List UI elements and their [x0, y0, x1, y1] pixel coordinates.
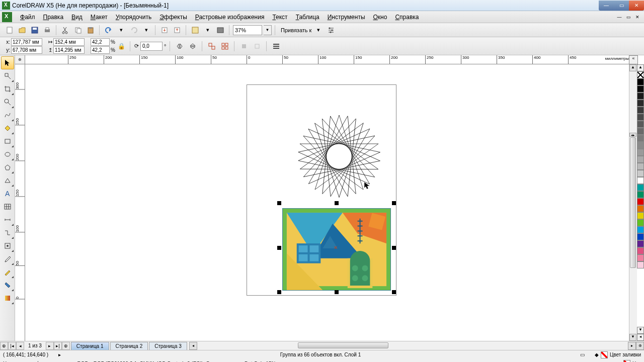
- app-launcher-button[interactable]: [190, 25, 201, 36]
- menu-arrange[interactable]: Упорядочить: [112, 12, 155, 22]
- scroll-thumb[interactable]: [630, 137, 636, 268]
- lock-ratio-button[interactable]: 🔒: [117, 39, 126, 53]
- color-swatch[interactable]: [637, 254, 644, 261]
- snap-dropdown[interactable]: ▾: [313, 25, 324, 36]
- ungroup-all-button[interactable]: [219, 41, 230, 52]
- cut-button[interactable]: [60, 25, 71, 36]
- ellipse-tool[interactable]: [1, 148, 14, 161]
- x-input[interactable]: [11, 38, 42, 46]
- rotation-input[interactable]: [140, 42, 163, 51]
- scroll-left-button[interactable]: ◂: [189, 342, 197, 350]
- first-page-button[interactable]: |◂: [8, 342, 16, 350]
- welcome-button[interactable]: [215, 25, 226, 36]
- color-swatch[interactable]: [637, 184, 644, 191]
- color-swatch[interactable]: [637, 149, 644, 156]
- close-button[interactable]: ✕: [629, 1, 644, 11]
- doc-restore-button[interactable]: ▭: [624, 13, 633, 21]
- prev-page-button[interactable]: ◂: [16, 342, 24, 350]
- ruler-collapse-button[interactable]: «: [629, 55, 638, 64]
- app-launcher-dropdown[interactable]: ▾: [202, 25, 213, 36]
- color-swatch[interactable]: [637, 121, 644, 128]
- color-swatch[interactable]: [637, 114, 644, 121]
- zoom-dropdown[interactable]: ▼: [264, 25, 272, 35]
- selection-handle-tc[interactable]: [335, 201, 339, 205]
- color-swatch[interactable]: [637, 100, 644, 107]
- color-swatch[interactable]: [637, 198, 644, 205]
- color-swatch[interactable]: [637, 85, 644, 93]
- copy-button[interactable]: [72, 25, 84, 36]
- menu-window[interactable]: Окно: [369, 12, 391, 22]
- palette-down-button[interactable]: ▼: [637, 327, 644, 334]
- doc-close-button[interactable]: ✕: [633, 13, 642, 21]
- new-button[interactable]: [4, 25, 15, 36]
- fill-tool[interactable]: [1, 279, 14, 292]
- crop-tool[interactable]: [1, 82, 14, 96]
- last-page-button[interactable]: ▸|: [54, 342, 62, 350]
- mirror-v-button[interactable]: [187, 41, 198, 52]
- color-swatch[interactable]: [637, 142, 644, 149]
- menu-text[interactable]: Текст: [268, 12, 291, 22]
- selection-handle-mr[interactable]: [392, 246, 396, 250]
- add-page-after-button[interactable]: ⊕: [62, 342, 70, 350]
- add-page-button[interactable]: ⊕: [0, 342, 8, 350]
- tablet-icon[interactable]: ▭: [580, 352, 585, 357]
- rectangle-tool[interactable]: [1, 135, 14, 148]
- color-swatch[interactable]: [637, 177, 644, 184]
- to-back-button[interactable]: [252, 41, 263, 52]
- doc-minimize-button[interactable]: —: [615, 13, 624, 21]
- vertical-scrollbar[interactable]: ▲ ◂▸ ▼: [629, 64, 637, 341]
- color-swatch[interactable]: [637, 247, 644, 254]
- color-swatch[interactable]: [637, 205, 644, 212]
- outline-tool[interactable]: [1, 265, 14, 279]
- color-swatch[interactable]: [637, 212, 644, 219]
- undo-button[interactable]: [103, 25, 114, 36]
- menu-file[interactable]: Файл: [16, 12, 39, 22]
- scroll-down-button[interactable]: ▼: [629, 334, 636, 341]
- text-tool[interactable]: A: [1, 187, 14, 200]
- fill-swatch[interactable]: [601, 351, 608, 358]
- zoom-input[interactable]: [233, 25, 262, 35]
- redo-dropdown[interactable]: ▾: [141, 25, 152, 36]
- undo-dropdown[interactable]: ▾: [116, 25, 127, 36]
- scroll-up-button[interactable]: ▲: [629, 64, 636, 71]
- menu-edit[interactable]: Правка: [39, 12, 68, 22]
- polygon-tool[interactable]: [1, 161, 14, 174]
- color-swatch[interactable]: [637, 191, 644, 198]
- wrap-text-button[interactable]: [271, 41, 282, 52]
- selection-center-icon[interactable]: ✕: [334, 245, 338, 250]
- color-swatch[interactable]: [637, 240, 644, 247]
- y-input[interactable]: [11, 46, 42, 54]
- zoom-fit-button[interactable]: ⊕: [636, 342, 644, 350]
- width-input[interactable]: [53, 38, 85, 46]
- horizontal-scrollbar[interactable]: ◂ ▸ ⊕: [189, 342, 644, 350]
- freehand-tool[interactable]: [1, 109, 14, 122]
- selection-handle-tl[interactable]: [277, 201, 281, 205]
- color-swatch[interactable]: [637, 107, 644, 114]
- to-front-button[interactable]: [238, 41, 250, 52]
- next-page-button[interactable]: ▸: [46, 342, 54, 350]
- color-swatch[interactable]: [637, 233, 644, 240]
- menu-bitmaps[interactable]: Растровые изображения: [191, 12, 269, 22]
- color-swatch[interactable]: [637, 261, 644, 268]
- page-tab-1[interactable]: Страница 1: [71, 342, 109, 350]
- minimize-button[interactable]: —: [599, 1, 614, 11]
- color-swatch[interactable]: [637, 78, 644, 85]
- selection-handle-bl[interactable]: [277, 290, 281, 294]
- star-shape[interactable]: [291, 113, 387, 201]
- pick-tool[interactable]: [1, 56, 14, 69]
- interactive-tool[interactable]: [1, 239, 14, 252]
- shape-tool[interactable]: [1, 69, 14, 82]
- selection-handle-br[interactable]: [392, 290, 396, 294]
- height-input[interactable]: [53, 46, 85, 54]
- color-swatch[interactable]: [637, 163, 644, 170]
- dimension-tool[interactable]: [1, 213, 14, 226]
- scale-y-input[interactable]: [91, 46, 110, 54]
- color-swatch[interactable]: [637, 128, 644, 135]
- ungroup-button[interactable]: [206, 41, 217, 52]
- scroll-right-button[interactable]: ▸: [628, 342, 636, 350]
- save-button[interactable]: [29, 25, 40, 36]
- vertical-ruler[interactable]: 300250200150100500: [15, 64, 25, 341]
- color-swatch[interactable]: [637, 156, 644, 163]
- redo-button[interactable]: [128, 25, 139, 36]
- mirror-h-button[interactable]: [174, 41, 185, 52]
